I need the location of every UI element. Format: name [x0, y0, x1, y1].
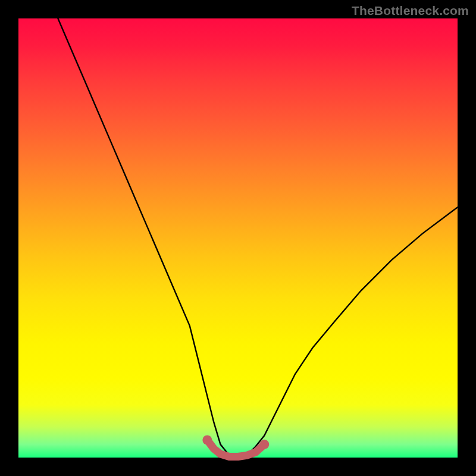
chart-svg	[18, 18, 458, 458]
bottleneck-curve	[58, 18, 458, 458]
highlight-endpoint	[259, 440, 269, 449]
highlight-endpoint	[202, 435, 212, 444]
chart-frame: TheBottleneck.com	[0, 0, 476, 476]
highlight-curve	[207, 440, 264, 456]
watermark-text: TheBottleneck.com	[352, 4, 469, 18]
